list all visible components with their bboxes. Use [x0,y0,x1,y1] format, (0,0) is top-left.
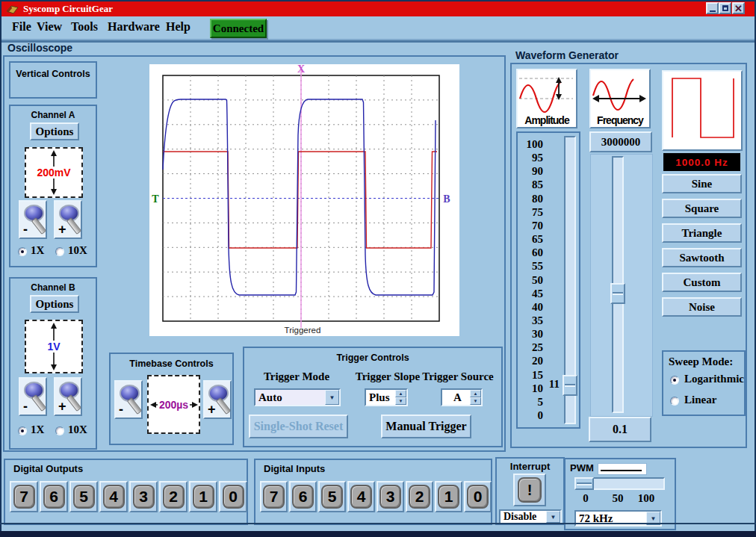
channel-b-zoom-in-button[interactable]: + [54,377,82,416]
spin-down-icon[interactable]: ▼ [470,397,481,405]
amplitude-scale-value: 100 [521,138,543,151]
square-wave-icon [663,72,741,149]
digital-output-bit-4-button[interactable]: 4 [99,481,128,512]
dropdown-arrow-icon[interactable]: ▼ [325,390,339,405]
frequency-max-label: 3000000 [589,131,652,152]
pwm-entry[interactable] [598,463,647,475]
pwm-panel: PWM 050100 72 kHz ▼ [564,458,676,530]
spin-up-icon[interactable]: ▲ [470,390,481,397]
amplitude-slider-handle[interactable] [563,375,577,396]
digital-input-bit-3-button[interactable]: 3 [377,481,404,512]
digital-input-bit-5-button[interactable]: 5 [318,481,346,512]
bit-label: 5 [73,485,95,509]
channel-b-probe-10x-radio[interactable] [55,426,64,435]
single-shot-reset-button[interactable]: Single-Shot Reset [249,415,348,438]
digital-input-bit-1-button[interactable]: 1 [435,481,462,512]
digital-inputs-title: Digital Inputs [264,463,325,474]
digital-output-bit-7-button[interactable]: 7 [10,481,38,512]
spin-up-icon[interactable]: ▲ [395,390,406,397]
close-button[interactable]: ✕ [732,2,745,14]
wave-button-square[interactable]: Square [662,199,742,218]
digital-input-bit-7-button[interactable]: 7 [260,481,288,512]
frequency-readout: 1000.0 Hz [663,153,740,171]
manual-trigger-button[interactable]: Manual Trigger [381,415,471,438]
connected-status-button[interactable]: Connected [210,19,267,38]
wave-button-noise[interactable]: Noise [662,297,742,317]
digital-output-bit-0-button[interactable]: 0 [219,481,247,512]
channel-a-zoom-in-button[interactable]: + [54,200,82,239]
trigger-source-label: Trigger Source [416,370,500,383]
application-window: Syscomp CircuitGear ✕ FileViewToolsHardw… [0,0,756,537]
sweep-logarithmic-radio[interactable] [670,376,679,385]
amplitude-scale-value: 65 [521,233,543,246]
menu-item-tools[interactable]: Tools [71,20,98,34]
channel-a-probe-1x-radio[interactable] [18,247,27,256]
amplitude-scale-value: 80 [521,193,543,205]
bit-label: 6 [292,485,314,509]
scope-plot: XTBTriggered [149,64,459,336]
dropdown-arrow-icon[interactable]: ▼ [546,511,560,523]
amplitude-scale-value: 85 [521,179,543,191]
bit-label: 5 [321,485,343,509]
channel-a-range-box: 200mV [25,147,83,198]
interrupt-mode-dropdown[interactable]: Disable ▼ [499,509,562,524]
spin-down-icon[interactable]: ▼ [395,397,406,405]
bit-label: 4 [350,485,372,509]
menu-item-file[interactable]: File [12,20,31,34]
channel-b-panel: Channel B Options 1V - + 1X 10X [9,277,97,450]
digital-output-bit-5-button[interactable]: 5 [69,481,98,512]
window-title: Syscomp CircuitGear [23,3,113,15]
minimize-button[interactable] [706,2,719,14]
menu-item-view[interactable]: View [37,20,62,34]
channel-a-probe-10x-radio[interactable] [55,247,64,256]
sweep-logarithmic-label: Logarithmic [684,373,744,385]
svg-text:T: T [152,193,159,205]
digital-output-bit-2-button[interactable]: 2 [159,481,188,512]
bit-label: 3 [379,485,401,509]
trigger-source-spinbox[interactable]: A ▲▼ [441,388,483,406]
wave-button-triangle[interactable]: Triangle [662,223,742,243]
pwm-slider-handle[interactable] [574,477,594,490]
timebase-panel: Timebase Controls - 200µs + [109,353,234,445]
minimize-icon [710,10,716,12]
trigger-mode-value: Auto [255,390,325,405]
channel-b-probe-1x-radio[interactable] [18,426,27,435]
channel-a-zoom-out-button[interactable]: - [19,200,47,239]
frequency-slider-handle[interactable] [610,283,625,304]
menu-item-help[interactable]: Help [166,20,190,34]
digital-input-bit-6-button[interactable]: 6 [289,481,317,512]
channel-a-options-button[interactable]: Options [30,122,79,140]
title-bar[interactable]: Syscomp CircuitGear [1,1,755,16]
amplitude-scale-value: 50 [521,274,543,287]
menu-item-hardware[interactable]: Hardware [108,20,160,34]
digital-input-bit-0-button[interactable]: 0 [464,481,492,512]
bit-label: 7 [263,485,285,509]
timebase-zoom-out-button[interactable]: - [114,380,143,419]
trigger-mode-dropdown[interactable]: Auto ▼ [254,388,341,406]
digital-input-bit-4-button[interactable]: 4 [347,481,375,512]
pwm-tick-label: 100 [638,492,655,505]
amplitude-scale-value: 70 [521,220,543,232]
amplitude-scale-value: 35 [521,314,543,327]
scope-display[interactable]: XTBTriggered [149,64,459,336]
wave-button-sine[interactable]: Sine [662,174,742,193]
maximize-button[interactable] [719,2,731,14]
wave-button-custom[interactable]: Custom [662,273,742,292]
channel-b-title: Channel B [10,282,96,293]
bit-label: 6 [43,485,65,509]
interrupt-button[interactable]: ! [513,474,546,506]
amplitude-scale-value: 40 [521,301,543,314]
bit-label: 3 [133,485,155,509]
wave-button-sawtooth[interactable]: Sawtooth [662,248,742,267]
bit-label: 1 [193,485,214,509]
sweep-linear-radio[interactable] [670,397,679,406]
digital-input-bit-2-button[interactable]: 2 [406,481,433,512]
trigger-panel: Trigger Controls Trigger Mode Trigger Sl… [243,347,503,447]
trigger-slope-spinbox[interactable]: Plus ▲▼ [365,388,408,406]
digital-output-bit-3-button[interactable]: 3 [129,481,158,512]
channel-b-options-button[interactable]: Options [30,295,79,313]
channel-b-zoom-out-button[interactable]: - [19,377,47,416]
digital-output-bit-6-button[interactable]: 6 [40,481,68,512]
timebase-zoom-in-button[interactable]: + [203,380,232,419]
digital-output-bit-1-button[interactable]: 1 [189,481,217,512]
